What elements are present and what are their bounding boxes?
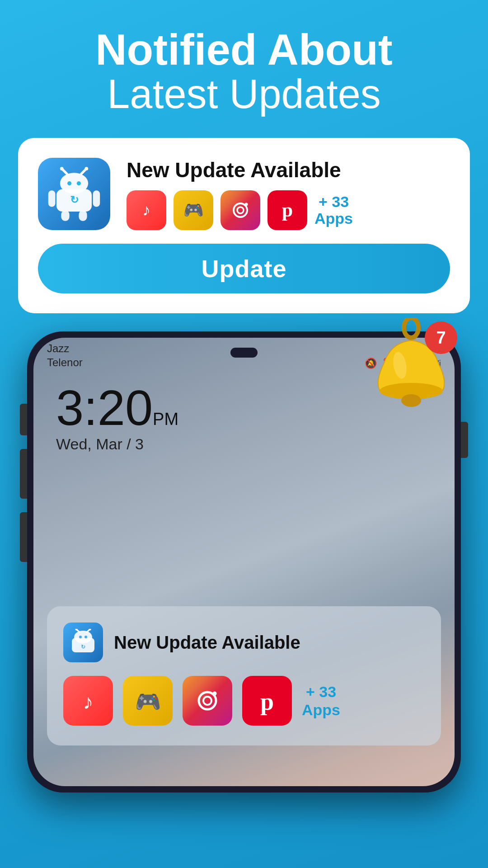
time-display: 3:20PM Wed, Mar / 3	[56, 383, 178, 453]
svg-text:p: p	[282, 199, 293, 221]
svg-point-1	[60, 173, 88, 194]
notif-music-icon: ♪	[63, 676, 113, 726]
pinterest-app-icon: p	[267, 190, 307, 230]
svg-point-20	[404, 318, 418, 338]
vol-up-button	[20, 449, 27, 499]
svg-text:🎮: 🎮	[135, 689, 161, 714]
notif-pinterest-icon: p	[242, 676, 292, 726]
clock-time: 3:20	[56, 380, 153, 435]
phone-notification: ↻ New Update Available ♪	[47, 606, 441, 745]
notif-icons-row: ♪ 🎮	[63, 676, 425, 726]
app-icons-row: ♪ 🎮	[127, 190, 353, 230]
svg-point-5	[84, 167, 88, 170]
bell-badge: 7	[425, 321, 457, 354]
notif-title: New Update Available	[114, 632, 300, 653]
svg-rect-8	[48, 190, 56, 207]
svg-text:p: p	[260, 688, 273, 715]
svg-text:♪: ♪	[142, 201, 150, 219]
date-display: Wed, Mar / 3	[56, 435, 178, 453]
svg-text:🎮: 🎮	[183, 200, 204, 220]
svg-text:↻: ↻	[70, 194, 79, 206]
game-app-icon: 🎮	[174, 190, 213, 230]
svg-point-6	[67, 181, 71, 185]
svg-line-26	[77, 630, 80, 632]
clock: 3:20PM	[56, 383, 178, 433]
svg-line-2	[62, 170, 67, 174]
svg-line-28	[87, 630, 89, 632]
svg-line-4	[81, 170, 86, 174]
svg-point-31	[84, 636, 87, 638]
svg-point-25	[74, 631, 92, 643]
carrier-2: Telenor	[47, 356, 83, 368]
svg-text:↻: ↻	[81, 644, 85, 650]
carrier-1: Jazz	[47, 342, 69, 354]
update-button[interactable]: Update	[38, 244, 450, 293]
instagram-app-icon	[221, 190, 260, 230]
carrier-info: Jazz Telenor	[47, 341, 83, 369]
svg-point-22	[401, 394, 421, 407]
main-app-icon: ↻	[38, 158, 110, 230]
camera-cutout	[230, 348, 258, 358]
header: Notified About Latest Updates	[0, 0, 488, 129]
card-top-row: ↻ New Update Available ♪ 🎮	[38, 158, 450, 230]
bell-container: 7	[361, 318, 461, 419]
clock-period: PM	[153, 410, 178, 429]
plus-apps-label: + 33Apps	[314, 193, 353, 227]
notif-app-icon: ↻	[63, 623, 103, 662]
vol-down-button	[20, 512, 27, 562]
svg-point-37	[212, 691, 216, 695]
svg-rect-10	[61, 211, 69, 221]
svg-rect-11	[79, 211, 87, 221]
music-app-icon: ♪	[127, 190, 166, 230]
power-button	[461, 422, 468, 458]
svg-point-18	[245, 203, 248, 206]
svg-rect-9	[93, 190, 100, 207]
notif-instagram-icon	[183, 676, 232, 726]
svg-point-36	[203, 697, 211, 705]
notification-card: ↻ New Update Available ♪ 🎮	[18, 138, 470, 313]
svg-text:♪: ♪	[83, 690, 93, 713]
card-content-right: New Update Available ♪ 🎮	[127, 158, 353, 230]
header-title-bold: Notified About	[18, 27, 470, 73]
notif-game-icon: 🎮	[123, 676, 173, 726]
svg-point-30	[79, 636, 82, 638]
header-title-light: Latest Updates	[18, 73, 470, 116]
notif-plus-apps: + 33Apps	[302, 683, 340, 720]
phone-section: 7 Jazz Telenor 🔕 ⏰ 📶 Vo Wi	[0, 331, 488, 793]
notif-header: ↻ New Update Available	[63, 623, 425, 662]
svg-point-3	[60, 167, 64, 170]
card-update-title: New Update Available	[127, 158, 353, 182]
svg-point-16	[234, 203, 247, 217]
svg-point-17	[237, 207, 244, 213]
svg-point-7	[77, 181, 81, 185]
mute-button	[20, 404, 27, 435]
